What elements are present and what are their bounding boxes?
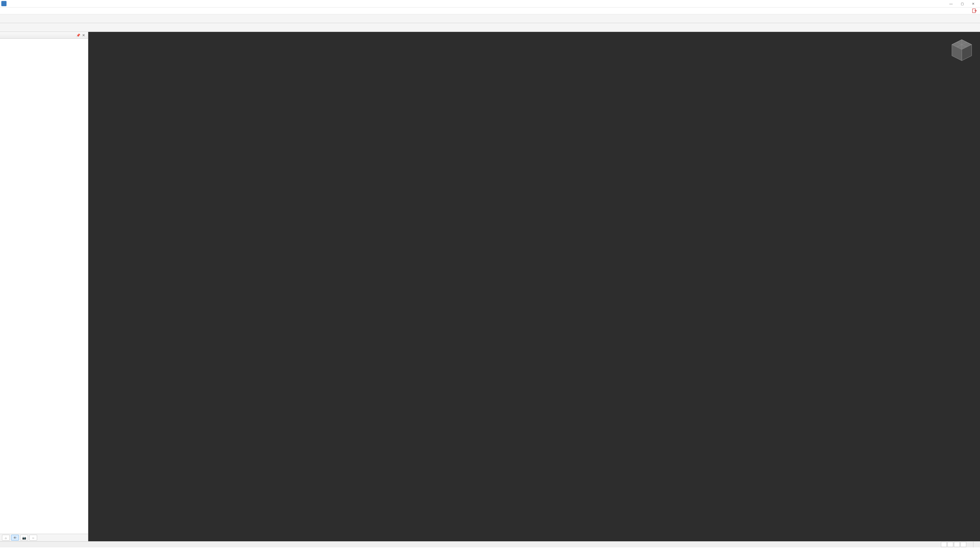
- close-button[interactable]: ✕: [967, 0, 979, 7]
- toolbar-secondary: [0, 23, 980, 32]
- nav-tab-results[interactable]: ↔: [29, 535, 37, 541]
- nav-tab-views[interactable]: 📷: [20, 535, 28, 541]
- viewport-3d[interactable]: [88, 32, 980, 541]
- snap-toggle[interactable]: [941, 542, 947, 547]
- license-info: [963, 8, 979, 14]
- titlebar: — ▢ ✕: [0, 0, 980, 8]
- workspace: 📌 ✕ ⌂ 👁 📷 ↔: [0, 32, 980, 541]
- menubar: [0, 8, 980, 14]
- model-render: [88, 32, 980, 541]
- navigator-header: 📌 ✕: [0, 32, 88, 39]
- navigator-tree[interactable]: [0, 39, 88, 534]
- maximize-button[interactable]: ▢: [956, 0, 967, 7]
- osnap-toggle[interactable]: [961, 542, 966, 547]
- toolbar-main: [0, 14, 980, 23]
- status-plane: [974, 541, 980, 548]
- panel-close-icon[interactable]: ✕: [81, 33, 86, 37]
- pin-icon[interactable]: 📌: [75, 33, 81, 37]
- view-cube[interactable]: [950, 38, 974, 62]
- exit-icon[interactable]: [972, 8, 977, 13]
- navigator-panel: 📌 ✕ ⌂ 👁 📷 ↔: [0, 32, 88, 541]
- app-icon: [1, 1, 6, 6]
- grid-toggle[interactable]: [947, 542, 953, 547]
- lgrid-toggle[interactable]: [954, 542, 960, 547]
- minimize-button[interactable]: —: [945, 0, 956, 7]
- statusbar: [0, 541, 980, 548]
- nav-tab-display[interactable]: 👁: [11, 535, 19, 541]
- navigator-footer: ⌂ 👁 📷 ↔: [0, 534, 88, 541]
- nav-tab-data[interactable]: ⌂: [2, 535, 10, 541]
- status-cs: [967, 541, 974, 548]
